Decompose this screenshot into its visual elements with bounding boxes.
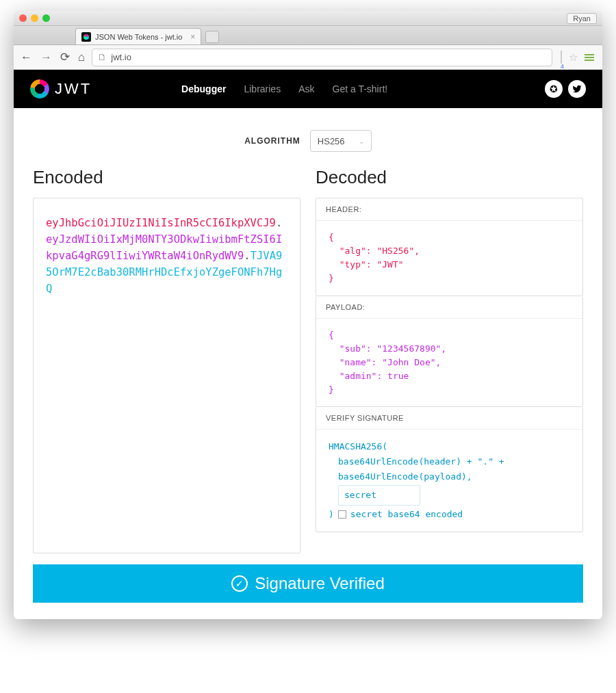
verify-text: Signature Verified xyxy=(255,574,384,593)
header-label: HEADER: xyxy=(316,198,582,221)
algorithm-select[interactable]: HS256 ⌄ xyxy=(310,130,372,152)
social-links: ✪ xyxy=(545,80,586,98)
nav-ask[interactable]: Ask xyxy=(298,83,314,94)
reload-button[interactable]: ⟳ xyxy=(59,50,71,64)
browser-window: Ryan JSON Web Tokens - jwt.io × ← → ⟳ ⌂ … xyxy=(14,11,602,619)
decoded-heading: Decoded xyxy=(316,167,583,188)
content-area: ALGORITHM HS256 ⌄ Encoded eyJhbGciOiJIUz… xyxy=(14,108,602,619)
sig-line-2: base64UrlEncode(header) + "." + xyxy=(329,454,570,469)
tab-close-icon[interactable]: × xyxy=(190,33,195,41)
jwt-header-segment: eyJhbGciOiJIUzI1NiIsInR5cCI6IkpXVCJ9 xyxy=(46,217,276,229)
verify-label: VERIFY SIGNATURE xyxy=(316,407,582,430)
home-button[interactable]: ⌂ xyxy=(77,51,86,64)
translate-extension-icon[interactable]: 4 xyxy=(561,51,562,64)
logo[interactable]: JWT xyxy=(30,79,92,99)
payload-label: PAYLOAD: xyxy=(316,296,582,319)
back-button[interactable]: ← xyxy=(19,51,34,64)
nav-tshirt[interactable]: Get a T-shirt! xyxy=(333,83,388,94)
secret-input[interactable] xyxy=(338,485,420,506)
base64-checkbox[interactable] xyxy=(338,510,346,519)
window-titlebar: Ryan xyxy=(14,11,602,26)
header-json[interactable]: { "alg": "HS256", "typ": "JWT" } xyxy=(316,221,582,296)
page-icon: 🗋 xyxy=(98,52,107,62)
bookmark-star-icon[interactable]: ☆ xyxy=(569,51,578,64)
logo-icon xyxy=(30,79,49,99)
window-maximize-button[interactable] xyxy=(42,14,50,22)
forward-button[interactable]: → xyxy=(39,51,53,64)
menu-button[interactable] xyxy=(585,54,594,61)
auth0-icon[interactable]: ✪ xyxy=(545,80,563,98)
site-header: JWT Debugger Libraries Ask Get a T-shirt… xyxy=(14,70,602,108)
favicon-icon xyxy=(81,32,91,42)
decoded-pane: Decoded HEADER: { "alg": "HS256", "typ":… xyxy=(316,167,583,553)
algorithm-label: ALGORITHM xyxy=(244,136,300,146)
sig-line-5: ) xyxy=(329,507,334,522)
tab-title: JSON Web Tokens - jwt.io xyxy=(95,33,182,41)
chevron-down-icon: ⌄ xyxy=(359,138,364,145)
url-text: jwt.io xyxy=(111,52,131,62)
new-tab-button[interactable] xyxy=(205,31,219,43)
tab-strip: JSON Web Tokens - jwt.io × xyxy=(14,26,602,45)
header-section: HEADER: { "alg": "HS256", "typ": "JWT" } xyxy=(316,198,583,296)
window-minimize-button[interactable] xyxy=(31,14,38,22)
payload-json[interactable]: { "sub": "1234567890", "name": "John Doe… xyxy=(316,319,582,407)
algorithm-value: HS256 xyxy=(318,136,345,146)
main-nav: Debugger Libraries Ask Get a T-shirt! xyxy=(181,83,387,94)
signature-verified-bar: ✓ Signature Verified xyxy=(33,564,583,603)
profile-chip[interactable]: Ryan xyxy=(567,13,597,24)
window-close-button[interactable] xyxy=(19,14,27,22)
encoded-heading: Encoded xyxy=(33,167,300,188)
address-bar[interactable]: 🗋 jwt.io xyxy=(92,49,552,66)
payload-section: PAYLOAD: { "sub": "1234567890", "name": … xyxy=(316,296,583,408)
browser-tab[interactable]: JSON Web Tokens - jwt.io × xyxy=(75,28,201,44)
toolbar-right: 4 ☆ xyxy=(558,51,597,64)
sig-line-1: HMACSHA256( xyxy=(329,439,570,454)
encoded-pane: Encoded eyJhbGciOiJIUzI1NiIsInR5cCI6IkpX… xyxy=(33,167,300,553)
nav-libraries[interactable]: Libraries xyxy=(244,83,281,94)
twitter-icon[interactable] xyxy=(568,80,586,98)
nav-debugger[interactable]: Debugger xyxy=(181,83,226,94)
algorithm-row: ALGORITHM HS256 ⌄ xyxy=(33,130,583,152)
encoded-textarea[interactable]: eyJhbGciOiJIUzI1NiIsInR5cCI6IkpXVCJ9.eyJ… xyxy=(33,198,300,553)
check-icon: ✓ xyxy=(231,575,248,592)
sig-line-3: base64UrlEncode(payload), xyxy=(329,469,570,484)
logo-text: JWT xyxy=(55,80,92,98)
verify-section: VERIFY SIGNATURE HMACSHA256( base64UrlEn… xyxy=(316,407,583,532)
browser-toolbar: ← → ⟳ ⌂ 🗋 jwt.io 4 ☆ xyxy=(14,45,602,70)
base64-checkbox-label: secret base64 encoded xyxy=(350,507,463,522)
signature-formula: HMACSHA256( base64UrlEncode(header) + ".… xyxy=(316,430,582,531)
